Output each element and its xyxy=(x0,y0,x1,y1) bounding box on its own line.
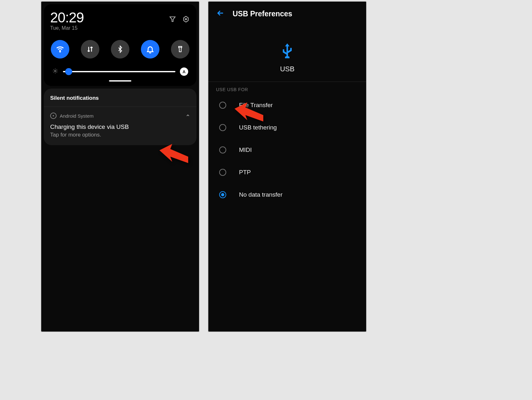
radio-icon[interactable] xyxy=(219,146,226,153)
clock-time: 20:29 xyxy=(50,11,84,25)
phone-notification-shade: 20:29 Tue, Mar 15 xyxy=(41,1,200,332)
option-label: PTP xyxy=(239,169,251,176)
svg-point-6 xyxy=(53,115,54,116)
option-usb-tethering[interactable]: USB tethering xyxy=(216,116,359,139)
filter-icon[interactable] xyxy=(168,15,177,23)
usb-icon xyxy=(278,55,296,61)
gear-icon[interactable] xyxy=(182,15,190,23)
radio-icon[interactable] xyxy=(219,124,226,131)
quick-toggles-row xyxy=(50,40,190,59)
brightness-slider[interactable] xyxy=(63,71,175,72)
dnd-toggle[interactable] xyxy=(141,40,159,59)
notification-source: Android System xyxy=(60,113,94,119)
svg-point-3 xyxy=(60,51,60,52)
svg-point-5 xyxy=(55,70,56,72)
radio-icon[interactable] xyxy=(219,191,226,198)
option-label: USB tethering xyxy=(239,124,277,131)
option-no-data-transfer[interactable]: No data transfer xyxy=(216,184,359,206)
option-label: MIDI xyxy=(239,146,252,153)
brightness-row: A xyxy=(50,67,190,76)
svg-point-2 xyxy=(185,19,187,20)
clock-date: Tue, Mar 15 xyxy=(50,25,84,31)
notifications-panel: Silent notifications Android System Char… xyxy=(44,89,197,145)
notification-source-row: Android System xyxy=(50,113,190,119)
option-ptp[interactable]: PTP xyxy=(216,161,359,184)
notification-item-usb[interactable]: Android System Charging this device via … xyxy=(44,107,197,145)
page-title: USB Preferences xyxy=(233,10,292,18)
section-label: USE USB FOR xyxy=(208,82,366,94)
quick-settings-panel: 20:29 Tue, Mar 15 xyxy=(44,4,197,86)
preferences-header: USB Preferences xyxy=(208,2,366,26)
svg-marker-7 xyxy=(159,144,188,163)
chevron-up-icon[interactable] xyxy=(186,113,190,119)
svg-rect-4 xyxy=(179,46,182,47)
bluetooth-toggle[interactable] xyxy=(111,40,129,59)
silent-notifications-header: Silent notifications xyxy=(44,89,197,107)
wifi-toggle[interactable] xyxy=(51,40,69,59)
option-file-transfer[interactable]: File Transfer xyxy=(216,94,359,116)
clock-block: 20:29 Tue, Mar 15 xyxy=(50,11,84,31)
quick-settings-header: 20:29 Tue, Mar 15 xyxy=(50,11,190,31)
wallpaper-blur xyxy=(41,158,199,332)
notification-subtitle: Tap for more options. xyxy=(50,132,190,138)
brightness-slider-thumb[interactable] xyxy=(65,68,72,75)
phone-usb-preferences: USB Preferences USB USE USB FOR File Tra… xyxy=(208,1,367,332)
data-toggle[interactable] xyxy=(81,40,99,59)
svg-marker-0 xyxy=(170,17,175,22)
usb-options-list: File Transfer USB tethering MIDI PTP No … xyxy=(208,94,366,206)
usb-emblem: USB xyxy=(208,42,366,73)
option-label: File Transfer xyxy=(239,102,273,109)
notification-title: Charging this device via USB xyxy=(50,123,190,130)
radio-icon[interactable] xyxy=(219,169,226,176)
radio-icon[interactable] xyxy=(219,102,226,109)
option-midi[interactable]: MIDI xyxy=(216,139,359,161)
panel-drag-handle[interactable] xyxy=(109,80,131,82)
auto-brightness-chip[interactable]: A xyxy=(180,67,188,76)
svg-marker-1 xyxy=(184,16,188,22)
brightness-low-icon xyxy=(52,68,58,75)
android-system-icon xyxy=(50,113,57,119)
flashlight-toggle[interactable] xyxy=(171,40,189,59)
header-actions xyxy=(168,11,190,23)
callout-arrow-1 xyxy=(159,144,188,171)
usb-emblem-label: USB xyxy=(208,65,366,73)
back-arrow-icon[interactable] xyxy=(216,9,225,19)
option-label: No data transfer xyxy=(239,191,282,198)
